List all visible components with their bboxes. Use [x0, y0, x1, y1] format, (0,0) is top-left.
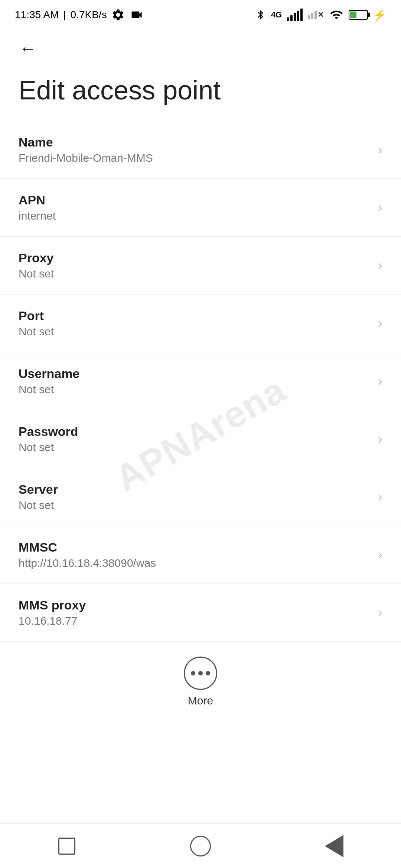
settings-item-content: PasswordNot set — [19, 424, 371, 454]
chevron-right-icon: › — [378, 374, 382, 389]
settings-item[interactable]: MMS proxy10.16.18.77› — [0, 584, 401, 642]
back-button[interactable]: ← — [15, 35, 41, 61]
dot-3 — [206, 671, 210, 675]
chevron-right-icon: › — [378, 142, 382, 158]
settings-item-content: PortNot set — [19, 309, 371, 338]
settings-item-content: ServerNot set — [19, 482, 371, 512]
status-bar: 11:35 AM | 0.7KB/s 4G — [0, 0, 401, 30]
settings-icon — [111, 8, 125, 22]
speed-display: | — [63, 9, 66, 21]
settings-item-value: internet — [19, 210, 371, 222]
battery-indicator — [349, 10, 368, 20]
charging-icon: ⚡ — [373, 9, 386, 21]
settings-item[interactable]: PasswordNot set› — [0, 410, 401, 468]
settings-list: NameFriendi-Mobile-Oman-MMS›APNinternet›… — [0, 121, 401, 642]
page-title: Edit access point — [19, 74, 382, 106]
settings-item-value: Not set — [19, 441, 371, 454]
data-speed: 0.7KB/s — [71, 9, 107, 21]
settings-item-content: NameFriendi-Mobile-Oman-MMS — [19, 135, 371, 164]
settings-item-label: MMS proxy — [19, 598, 371, 612]
chevron-right-icon: › — [378, 200, 382, 216]
settings-item-label: Password — [19, 424, 371, 439]
wifi-icon — [329, 8, 343, 22]
signal-bars-2: ✕ — [308, 10, 324, 20]
settings-item[interactable]: UsernameNot set› — [0, 352, 401, 410]
settings-item-label: Server — [19, 482, 371, 497]
network-type: 4G — [271, 10, 282, 20]
chevron-right-icon: › — [378, 431, 382, 447]
settings-item-value: Not set — [19, 499, 371, 512]
recent-apps-icon — [58, 838, 75, 855]
nav-back-button[interactable] — [319, 831, 349, 861]
settings-item-value: Not set — [19, 325, 371, 338]
settings-item[interactable]: PortNot set› — [0, 295, 401, 352]
chevron-right-icon: › — [378, 258, 382, 273]
settings-item-value: http://10.16.18.4:38090/was — [19, 557, 371, 569]
dot-2 — [198, 671, 203, 675]
chevron-right-icon: › — [378, 605, 382, 621]
settings-item-label: Port — [19, 309, 371, 323]
settings-item-content: APNinternet — [19, 193, 371, 222]
bluetooth-icon — [255, 8, 266, 22]
dot-1 — [191, 671, 195, 675]
settings-item-label: APN — [19, 193, 371, 207]
nav-home-button[interactable] — [186, 831, 215, 861]
signal-bars-1 — [287, 9, 303, 21]
settings-item-value: Not set — [19, 383, 371, 396]
time-display: 11:35 AM — [15, 9, 59, 21]
settings-item-value: Friendi-Mobile-Oman-MMS — [19, 152, 371, 164]
more-dots — [191, 671, 210, 675]
settings-item-content: MMSChttp://10.16.18.4:38090/was — [19, 540, 371, 569]
more-circle — [184, 657, 217, 690]
more-label: More — [188, 694, 213, 707]
settings-item[interactable]: APNinternet› — [0, 179, 401, 237]
top-navigation: ← — [0, 30, 401, 67]
chevron-right-icon: › — [378, 316, 382, 331]
settings-item[interactable]: ServerNot set› — [0, 468, 401, 526]
home-icon — [190, 836, 211, 857]
back-icon — [325, 835, 343, 857]
settings-item-label: Username — [19, 366, 371, 381]
bottom-navigation — [0, 823, 401, 868]
settings-item-content: ProxyNot set — [19, 251, 371, 280]
settings-item[interactable]: MMSChttp://10.16.18.4:38090/was› — [0, 526, 401, 584]
status-left: 11:35 AM | 0.7KB/s — [15, 8, 144, 22]
settings-item-label: Proxy — [19, 251, 371, 265]
page-title-area: Edit access point — [0, 67, 401, 121]
back-arrow-icon: ← — [19, 38, 37, 59]
settings-item-label: MMSC — [19, 540, 371, 555]
more-button[interactable]: More — [0, 642, 401, 722]
settings-item-content: UsernameNot set — [19, 366, 371, 396]
camera-icon — [129, 8, 144, 22]
settings-item-value: Not set — [19, 267, 371, 280]
settings-item-label: Name — [19, 135, 371, 149]
settings-item-content: MMS proxy10.16.18.77 — [19, 598, 371, 627]
chevron-right-icon: › — [378, 547, 382, 563]
status-right: 4G ✕ ⚡ — [255, 8, 386, 22]
settings-item[interactable]: ProxyNot set› — [0, 237, 401, 295]
settings-item[interactable]: NameFriendi-Mobile-Oman-MMS› — [0, 121, 401, 179]
nav-recent-button[interactable] — [52, 831, 82, 861]
chevron-right-icon: › — [378, 489, 382, 505]
settings-item-value: 10.16.18.77 — [19, 615, 371, 627]
